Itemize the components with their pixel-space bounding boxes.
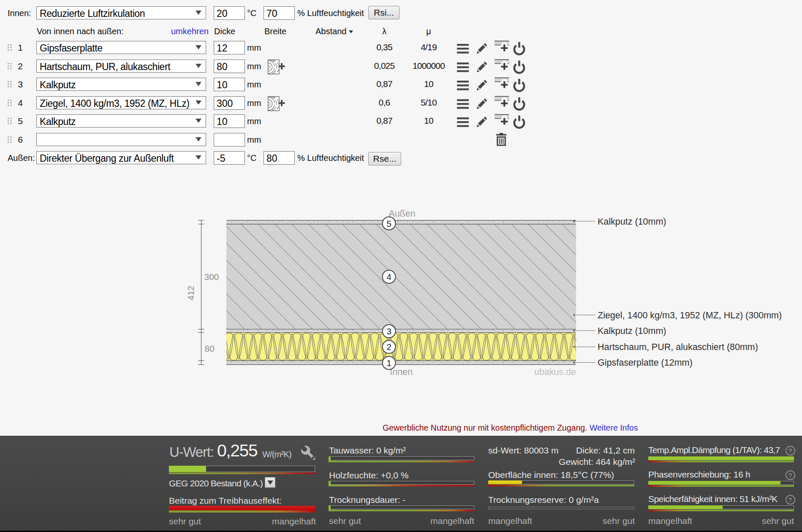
svg-text:4: 4 [386,272,391,282]
svg-text:5: 5 [386,219,391,228]
svg-text:2: 2 [386,342,391,352]
svg-text:412: 412 [186,285,196,300]
svg-text:Hartschaum, PUR, alukaschiert: Hartschaum, PUR, alukaschiert (80mm) [598,342,758,352]
svg-text:Außen: Außen [389,209,415,219]
svg-text:3: 3 [386,326,391,336]
svg-text:80: 80 [204,344,214,353]
svg-text:1: 1 [386,358,391,368]
svg-text:Gipsfaserplatte (12mm): Gipsfaserplatte (12mm) [598,358,693,368]
svg-text:ubakus.de: ubakus.de [534,367,576,377]
svg-text:300: 300 [204,272,219,282]
svg-text:Kalkputz (10mm): Kalkputz (10mm) [598,217,666,227]
svg-text:Innen: Innen [390,367,413,377]
svg-text:Kalkputz (10mm): Kalkputz (10mm) [598,326,666,336]
svg-text:Ziegel, 1400 kg/m3, 1952 (MZ,: Ziegel, 1400 kg/m3, 1952 (MZ, HLz) (300m… [598,310,782,320]
